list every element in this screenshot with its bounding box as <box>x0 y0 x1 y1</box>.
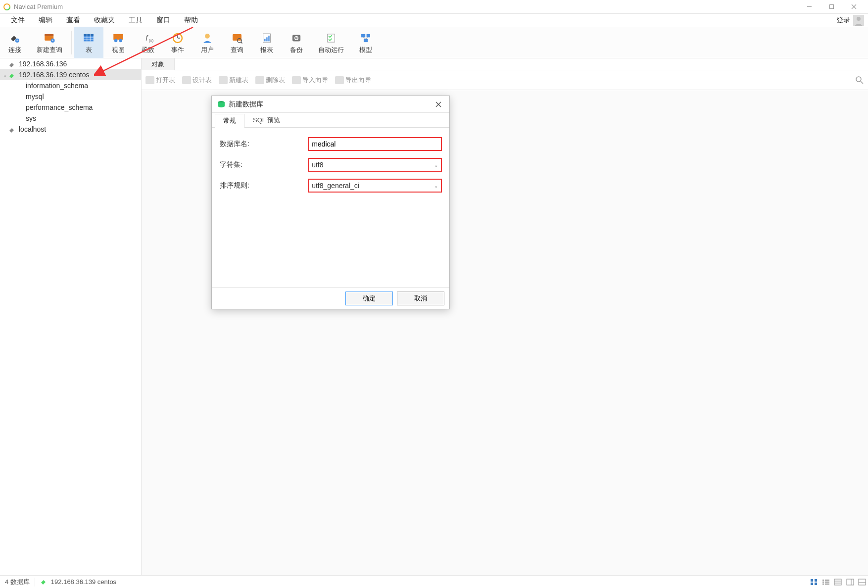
title-bar: Navicat Premium <box>0 0 868 14</box>
menu-edit[interactable]: 编辑 <box>32 14 59 27</box>
charset-value: utf8 <box>312 161 323 169</box>
ok-button[interactable]: 确定 <box>345 292 393 305</box>
toolbar-event[interactable]: 事件 <box>163 27 193 58</box>
delete-table-icon <box>255 76 264 84</box>
search-icon[interactable] <box>855 76 864 85</box>
toolbar-new-query-label: 新建查询 <box>37 46 62 54</box>
database-node[interactable]: performance_schema <box>0 102 141 113</box>
database-node[interactable]: information_schema <box>0 80 141 91</box>
toolbar-view[interactable]: 视图 <box>103 27 133 58</box>
svg-rect-38 <box>328 34 335 42</box>
menu-bar: 文件 编辑 查看 收藏夹 工具 窗口 帮助 登录 <box>0 14 868 27</box>
svg-rect-54 <box>822 584 824 585</box>
autorun-icon <box>323 31 339 46</box>
view-grid-icon[interactable] <box>808 577 820 587</box>
view-list-icon[interactable] <box>820 577 832 587</box>
menu-tools[interactable]: 工具 <box>122 14 149 27</box>
export-wizard-button[interactable]: 导出向导 <box>335 76 371 85</box>
toolbar-query[interactable]: 查询 <box>222 27 252 58</box>
menu-view[interactable]: 查看 <box>59 14 87 27</box>
menu-help[interactable]: 帮助 <box>177 14 205 27</box>
avatar-icon[interactable] <box>853 15 864 26</box>
database-node[interactable]: mysql <box>0 91 141 102</box>
status-connection: 192.168.36.139 centos <box>35 576 121 588</box>
new-database-dialog: 新建数据库 常规 SQL 预览 数据库名: 字符集: utf8 ⌄ 排序规则: … <box>211 96 450 309</box>
toolbar-query-label: 查询 <box>231 46 243 54</box>
query-icon <box>229 31 245 46</box>
svg-rect-50 <box>822 580 824 581</box>
view-detail-icon[interactable] <box>832 577 844 587</box>
new-table-button[interactable]: 新建表 <box>219 76 248 85</box>
toolbar-model-label: 模型 <box>359 46 372 54</box>
export-icon <box>335 76 344 84</box>
database-node[interactable]: sys <box>0 113 141 124</box>
collation-label: 排序规则: <box>220 181 308 190</box>
dbname-input[interactable] <box>308 138 441 150</box>
cancel-button[interactable]: 取消 <box>397 292 444 305</box>
open-table-button[interactable]: 打开表 <box>145 76 175 85</box>
toolbar-user-label: 用户 <box>201 46 214 54</box>
charset-combo[interactable]: utf8 ⌄ <box>308 158 441 171</box>
svg-rect-51 <box>825 580 829 581</box>
connection-node[interactable]: 192.168.36.136 <box>0 58 141 69</box>
dialog-body: 数据库名: 字符集: utf8 ⌄ 排序规则: utf8_general_ci … <box>212 128 449 287</box>
svg-line-42 <box>363 37 366 39</box>
database-icon <box>15 93 24 100</box>
user-icon <box>199 31 215 46</box>
function-icon: f(x) <box>140 31 156 46</box>
maximize-button[interactable] <box>820 0 843 14</box>
toolbar-connection[interactable]: + 连接 <box>0 27 30 58</box>
tab-label: 对象 <box>151 60 164 69</box>
status-bar: 4 数据库 192.168.36.139 centos <box>0 575 868 588</box>
collapse-icon[interactable]: ⌄ <box>2 72 8 78</box>
connection-node[interactable]: localhost <box>0 124 141 135</box>
database-label: performance_schema <box>26 103 93 111</box>
menu-file[interactable]: 文件 <box>4 14 32 27</box>
database-label: mysql <box>26 93 44 100</box>
database-label: sys <box>26 114 36 122</box>
svg-rect-35 <box>268 36 269 41</box>
svg-point-28 <box>205 34 210 39</box>
connection-label: 192.168.36.139 centos <box>19 71 89 79</box>
delete-table-button[interactable]: 删除表 <box>255 76 285 85</box>
dialog-close-button[interactable] <box>433 98 444 110</box>
status-db-count: 4 数据库 <box>0 576 35 588</box>
toolbar-table[interactable]: 表 <box>74 27 103 58</box>
tab-objects[interactable]: 对象 <box>142 58 175 70</box>
minimize-button[interactable] <box>798 0 820 14</box>
menu-window[interactable]: 窗口 <box>149 14 177 27</box>
close-button[interactable] <box>843 0 865 14</box>
collation-combo[interactable]: utf8_general_ci ⌄ <box>308 179 441 192</box>
toolbar-autorun[interactable]: 自动运行 <box>311 27 351 58</box>
toolbar-report[interactable]: 报表 <box>252 27 282 58</box>
svg-text:(x): (x) <box>149 38 154 42</box>
toolbar-new-query[interactable]: + 新建查询 <box>30 27 69 58</box>
toolbar-view-label: 视图 <box>112 46 125 54</box>
svg-rect-34 <box>266 37 267 41</box>
panel-toggle-icon[interactable] <box>844 577 856 587</box>
svg-point-44 <box>856 77 861 82</box>
toolbar-user[interactable]: 用户 <box>193 27 222 58</box>
connection-node-active[interactable]: ⌄ 192.168.36.139 centos <box>0 69 141 80</box>
toolbar-connection-label: 连接 <box>8 46 21 54</box>
login-link[interactable]: 登录 <box>833 16 853 25</box>
svg-line-31 <box>241 42 242 43</box>
dialog-tab-general[interactable]: 常规 <box>215 114 244 128</box>
design-table-button[interactable]: 设计表 <box>182 76 212 85</box>
dialog-tab-sql-preview[interactable]: SQL 预览 <box>244 113 289 127</box>
dbname-label: 数据库名: <box>220 140 308 148</box>
svg-rect-47 <box>815 579 817 582</box>
design-table-icon <box>182 76 191 84</box>
import-wizard-button[interactable]: 导入向导 <box>292 76 328 85</box>
svg-rect-52 <box>822 582 824 583</box>
toolbar-model[interactable]: 模型 <box>351 27 381 58</box>
menu-favorites[interactable]: 收藏夹 <box>87 14 122 27</box>
connection-active-icon <box>40 578 48 586</box>
svg-line-45 <box>861 81 863 84</box>
svg-rect-39 <box>361 34 365 37</box>
panel-toggle2-icon[interactable] <box>856 577 868 587</box>
toolbar-function[interactable]: f(x) 函数 <box>133 27 163 58</box>
svg-text:+: + <box>52 39 54 42</box>
import-icon <box>292 76 301 84</box>
toolbar-backup[interactable]: 备份 <box>282 27 311 58</box>
